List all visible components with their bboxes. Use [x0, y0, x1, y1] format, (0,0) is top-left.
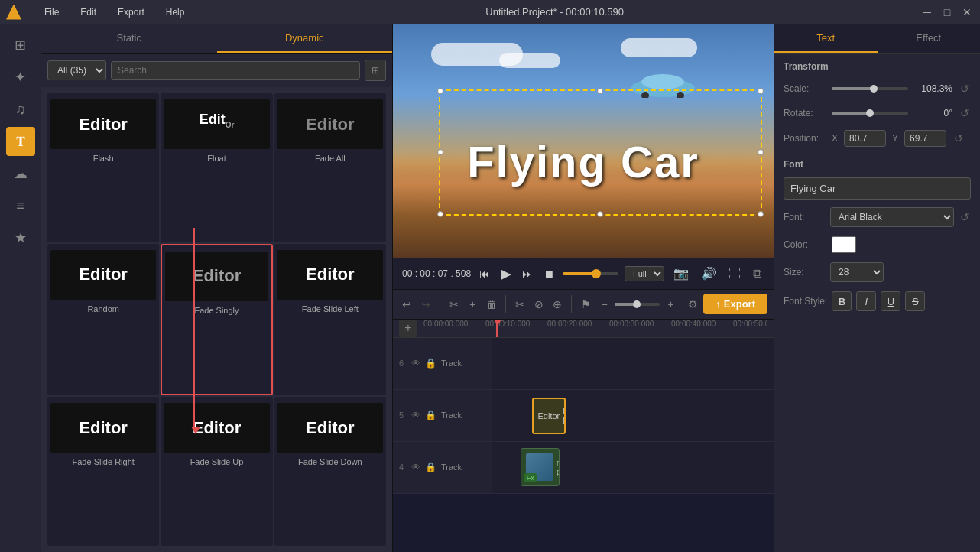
rotate-reset-button[interactable]: ↺: [959, 106, 971, 121]
position-y-input[interactable]: [904, 130, 946, 147]
handle-tm[interactable]: [597, 88, 603, 94]
close-button[interactable]: ✕: [960, 5, 974, 19]
track-4-number: 4: [399, 463, 407, 472]
copy-button[interactable]: ⊘: [531, 294, 546, 315]
category-select[interactable]: All (35): [47, 60, 106, 80]
export-button[interactable]: ↑ Export: [703, 294, 767, 314]
sidebar-audio-icon[interactable]: ♫: [6, 95, 35, 124]
effect-fade-all-preview: Editor: [277, 99, 383, 149]
size-row: Size: 28: [774, 258, 980, 287]
scale-slider-thumb[interactable]: [870, 85, 878, 93]
sidebar-filter-icon[interactable]: ☁: [6, 159, 35, 188]
color-swatch[interactable]: [832, 236, 856, 253]
scale-slider[interactable]: [832, 87, 908, 90]
effect-fade-slide-right[interactable]: Editor Fade Slide Right: [47, 397, 159, 546]
add-track-button[interactable]: +: [399, 320, 417, 338]
zoom-out-button[interactable]: −: [596, 294, 612, 315]
menu-export[interactable]: Export: [113, 5, 149, 19]
stop-button[interactable]: ⏹: [541, 265, 557, 282]
grid-toggle-button[interactable]: ⊞: [365, 60, 386, 81]
render-button[interactable]: ⚙: [685, 294, 700, 315]
minimize-button[interactable]: ─: [920, 5, 934, 19]
undo-button[interactable]: ↩: [399, 294, 414, 315]
track-5-text-clip[interactable]: Editor Editor F...: [532, 398, 566, 434]
add-button[interactable]: +: [465, 294, 480, 315]
font-reset-button[interactable]: ↺: [959, 209, 971, 225]
progress-thumb[interactable]: [592, 269, 601, 278]
scale-reset-button[interactable]: ↺: [959, 81, 971, 96]
position-x-input[interactable]: [844, 130, 886, 147]
track-5-lock-icon[interactable]: 🔒: [425, 410, 436, 420]
quality-select[interactable]: Full: [625, 266, 664, 281]
zoom-fill: [615, 303, 633, 306]
tab-effect[interactable]: Effect: [878, 24, 981, 53]
maximize-button[interactable]: □: [940, 5, 954, 19]
effect-fade-slide-up[interactable]: Editor Fade Slide Up: [161, 397, 272, 546]
size-select[interactable]: 28: [830, 262, 884, 282]
effect-fade-slide-down[interactable]: Editor Fade Slide Down: [274, 397, 386, 546]
effect-fade-slide-up-preview: Editor: [164, 403, 269, 453]
font-select[interactable]: Arial Black: [830, 207, 954, 227]
cut-button[interactable]: ✂: [512, 294, 527, 315]
ruler-mark-2: 00:00:20.000: [547, 320, 592, 328]
tab-dynamic[interactable]: Dynamic: [217, 24, 393, 53]
tab-text[interactable]: Text: [774, 24, 878, 53]
scale-value: 108.3%: [914, 83, 952, 94]
track-4-video-clip[interactable]: moving photo1 Fx: [521, 448, 560, 486]
color-row: Color:: [774, 232, 980, 258]
flying-car-text[interactable]: Flying Car: [467, 136, 699, 187]
track-6-number: 6: [399, 359, 407, 368]
sidebar-text-icon[interactable]: 𝐓: [6, 127, 35, 156]
rotate-slider-thumb[interactable]: [866, 109, 874, 117]
handle-tr[interactable]: [758, 88, 764, 94]
split-button[interactable]: ✂: [446, 294, 462, 315]
play-button[interactable]: ▶: [498, 263, 514, 284]
step-back-button[interactable]: ⏮: [477, 265, 492, 282]
menu-file[interactable]: File: [40, 5, 63, 19]
crop-button[interactable]: ⊕: [550, 294, 565, 315]
menu-help[interactable]: Help: [161, 5, 190, 19]
marker-button[interactable]: ⚑: [578, 294, 593, 315]
fullscreen-icon[interactable]: ⛶: [725, 265, 744, 282]
pip-icon[interactable]: ⧉: [750, 265, 764, 282]
search-input[interactable]: [111, 61, 360, 80]
progress-bar[interactable]: [563, 272, 618, 275]
font-style-label: Font Style:: [784, 296, 827, 307]
step-forward-button[interactable]: ⏭: [520, 265, 535, 282]
rotate-slider[interactable]: [832, 112, 908, 115]
effect-fade-slide-left[interactable]: Editor Fade Slide Left: [274, 244, 386, 396]
underline-button[interactable]: U: [881, 291, 900, 311]
screenshot-icon[interactable]: 📷: [670, 265, 692, 282]
effect-fade-all[interactable]: Editor Fade All: [274, 93, 386, 242]
effect-fade-singly[interactable]: Editor Fade Singly: [161, 244, 272, 396]
effects-panel: Static Dynamic All (35) ⊞ Editor Flash E…: [41, 24, 393, 552]
position-reset-button[interactable]: ↺: [952, 131, 965, 146]
zoom-in-button[interactable]: +: [663, 294, 678, 315]
zoom-thumb[interactable]: [633, 300, 641, 308]
redo-button[interactable]: ↪: [417, 294, 433, 315]
volume-icon[interactable]: 🔊: [698, 265, 719, 282]
italic-button[interactable]: I: [856, 291, 876, 311]
track-4-lock-icon[interactable]: 🔒: [425, 462, 436, 472]
track-5-eye-icon[interactable]: 👁: [411, 410, 420, 420]
handle-tl[interactable]: [437, 88, 443, 94]
bold-button[interactable]: B: [832, 291, 852, 311]
menu-edit[interactable]: Edit: [76, 5, 101, 19]
zoom-slider[interactable]: [615, 303, 660, 306]
track-6-eye-icon[interactable]: 👁: [411, 358, 420, 369]
effect-fade-slide-right-label: Fade Slide Right: [73, 457, 135, 466]
sidebar-media-icon[interactable]: ⊞: [6, 31, 35, 60]
sidebar-stickers-icon[interactable]: ★: [6, 223, 35, 252]
effect-flash[interactable]: Editor Flash: [47, 93, 159, 242]
sidebar-effects-icon[interactable]: ✦: [6, 63, 35, 92]
sidebar-transitions-icon[interactable]: ≡: [6, 191, 35, 220]
track-4-content: moving photo1 Fx: [492, 442, 774, 493]
effect-float[interactable]: EditOr Float: [161, 93, 272, 242]
delete-button[interactable]: 🗑: [484, 294, 499, 315]
track-4-eye-icon[interactable]: 👁: [411, 462, 420, 472]
tab-static[interactable]: Static: [41, 24, 217, 53]
track-6-lock-icon[interactable]: 🔒: [425, 358, 436, 369]
effect-random-label: Random: [87, 304, 119, 313]
effect-random[interactable]: Editor Random: [47, 244, 159, 396]
strikethrough-button[interactable]: S: [905, 291, 925, 311]
